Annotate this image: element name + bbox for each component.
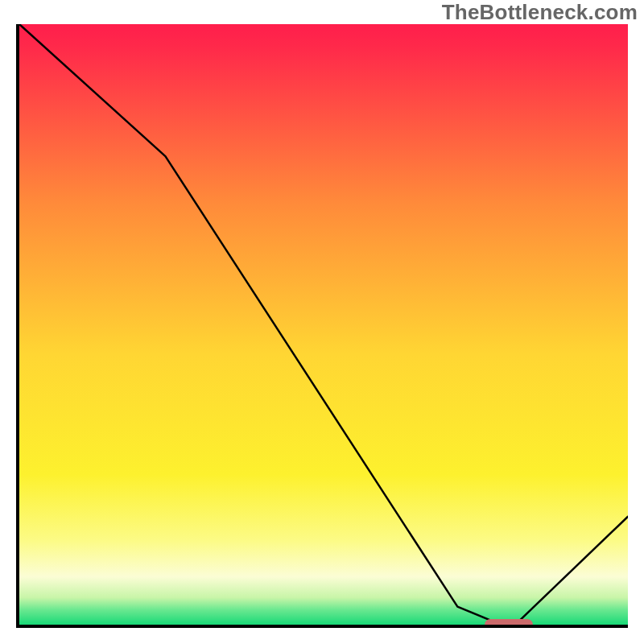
optimal-marker <box>485 619 534 629</box>
plot-area <box>16 24 628 628</box>
watermark-text: TheBottleneck.com <box>442 0 638 25</box>
bottleneck-curve <box>19 24 628 625</box>
chart-container: TheBottleneck.com <box>0 0 644 644</box>
